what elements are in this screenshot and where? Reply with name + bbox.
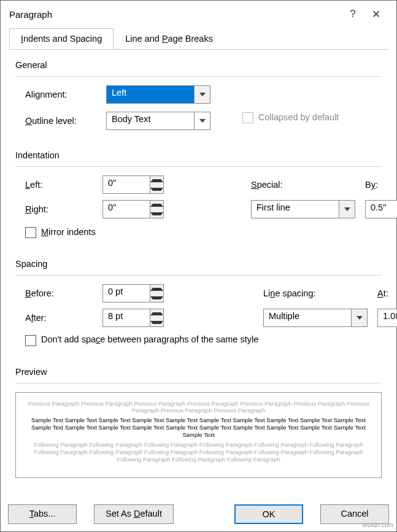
preview-foll: Following Paragraph Following Paragraph … [25,441,372,463]
special-combo[interactable]: First line [251,200,355,218]
collapsed-label: Collapsed by default [258,112,339,122]
spin-up[interactable] [150,309,163,318]
after-value: 8 pt [103,309,150,326]
spin-up[interactable] [150,176,163,185]
indentation-title: Indentation [15,150,382,160]
special-label: Special: [251,180,355,190]
right-label: Right: [25,204,93,214]
window-title: Paragraph [9,9,341,20]
mirror-checkbox[interactable] [25,227,36,238]
before-label: Before: [25,288,93,298]
alignment-row: Alignment: Left [25,85,382,104]
spacing-title: Spacing [15,259,382,269]
linespacing-value: Multiple [264,309,351,326]
tabs-button[interactable]: Tabs... [8,504,77,524]
titlebar: Paragraph ? ✕ [1,1,396,28]
after-label: After: [25,313,93,323]
preview-box: Previous Paragraph Previous Paragraph Pr… [15,392,382,478]
watermark: wsxdn.com [363,522,393,528]
at-value: 1.08 [378,309,397,326]
chevron-down-icon[interactable] [194,86,210,103]
alignment-combo[interactable]: Left [106,85,210,104]
spin-down[interactable] [150,318,163,326]
divider [15,383,382,384]
tab-strip: Indents and Spacing Line and Page Breaks [9,28,388,50]
help-button[interactable]: ? [341,8,364,20]
outline-row: Outline level: Body Text Collapsed by de… [25,110,382,132]
at-spin[interactable]: 1.08 [377,309,397,327]
preview-sample: Sample Text Sample Text Sample Text Samp… [25,417,372,439]
left-label: Left: [25,180,93,190]
ok-button[interactable]: OK [234,504,303,524]
outline-combo[interactable]: Body Text [106,112,210,130]
chevron-down-icon[interactable] [351,309,367,326]
footer: Tabs... Set As Default OK Cancel [1,497,396,531]
linespacing-combo[interactable]: Multiple [263,309,368,327]
close-button[interactable]: ✕ [364,8,388,21]
before-value: 0 pt [103,285,150,302]
outline-label: Outline level: [25,116,99,126]
chevron-down-icon[interactable] [339,201,355,218]
after-spin[interactable]: 8 pt [102,309,164,327]
spin-up[interactable] [150,285,163,293]
mirror-checkline[interactable]: Mirror indents [25,227,382,238]
general-title: General [15,60,382,70]
spin-up[interactable] [150,201,163,209]
noadd-checkbox[interactable] [25,335,36,346]
preview-prev: Previous Paragraph Previous Paragraph Pr… [25,400,372,415]
noadd-checkline[interactable]: Don't add space between paragraphs of th… [25,334,382,345]
collapsed-checkbox [242,112,253,123]
before-spin[interactable]: 0 pt [102,284,164,303]
paragraph-dialog: Paragraph ? ✕ Indents and Spacing Line a… [0,0,397,532]
spin-down[interactable] [150,185,163,193]
tab-line-page-breaks[interactable]: Line and Page Breaks [114,28,225,49]
at-label: At: [377,288,397,298]
spin-down[interactable] [150,293,163,302]
right-spin[interactable]: 0" [102,200,164,218]
preview-title: Preview [15,367,382,377]
collapsed-checkline: Collapsed by default [242,112,365,123]
alignment-value: Left [107,86,194,103]
outline-value: Body Text [107,112,194,129]
spin-down[interactable] [150,209,163,218]
by-label: By: [365,180,397,190]
special-value: First line [252,201,339,218]
divider [15,76,382,77]
linespacing-label: Line spacing: [263,288,368,298]
by-spin[interactable]: 0.5" [365,200,397,218]
alignment-label: Alignment: [25,90,99,99]
chevron-down-icon[interactable] [194,112,210,129]
left-value: 0" [103,176,150,193]
left-spin[interactable]: 0" [102,175,164,194]
divider [15,275,382,276]
tab-indents-spacing[interactable]: Indents and Spacing [9,28,114,49]
divider [15,166,382,167]
set-default-button[interactable]: Set As Default [94,504,174,524]
by-value: 0.5" [366,201,397,218]
content: General Alignment: Left Outline level: B… [1,49,396,497]
right-value: 0" [103,201,150,218]
